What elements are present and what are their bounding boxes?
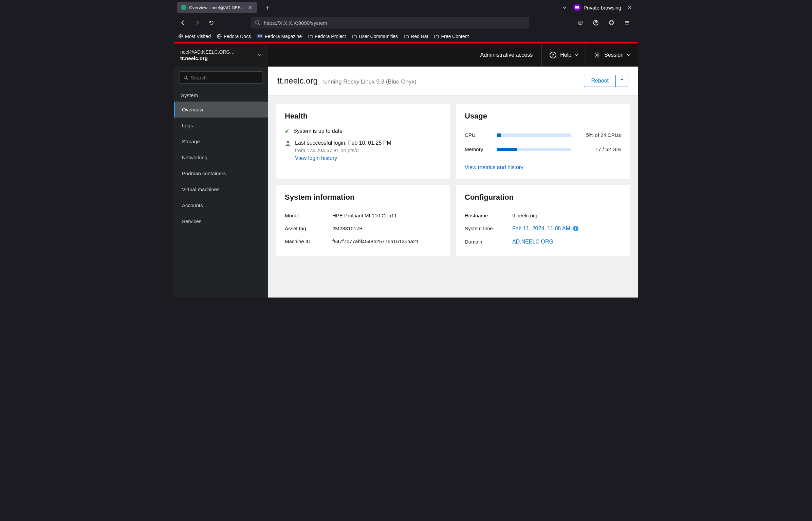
- config-row: DomainAD.NEELC.ORG: [465, 235, 621, 248]
- sysinfo-card: System information ModelHPE ProLiant ML1…: [276, 185, 450, 256]
- usage-label: CPU: [465, 132, 492, 138]
- usage-value: 5% of 24 CPUs: [577, 132, 621, 138]
- info-value[interactable]: AD.NEELC.ORG: [512, 239, 553, 245]
- login-history-link[interactable]: View login history: [295, 155, 391, 161]
- forward-button[interactable]: [192, 17, 203, 28]
- sysinfo-row: Machine IDf947f7b77abf4548b25776b16135ba…: [285, 235, 441, 248]
- chevron-down-icon: [627, 53, 630, 57]
- pocket-icon[interactable]: [575, 17, 586, 28]
- session-menu[interactable]: Session: [586, 43, 638, 67]
- sidebar-item-logs[interactable]: Logs: [174, 118, 268, 133]
- bookmarks-bar: Most Visited Fedora Docs FMFedora Magazi…: [174, 31, 638, 42]
- admin-access-button[interactable]: Administrative access: [471, 43, 542, 67]
- bookmark-most-visited[interactable]: Most Visited: [178, 34, 211, 39]
- svg-point-0: [256, 21, 259, 24]
- bookmark-user-communities[interactable]: User Communities: [352, 34, 398, 39]
- search-input[interactable]: [191, 75, 259, 80]
- account-icon[interactable]: [590, 17, 601, 28]
- health-status: System is up to date: [293, 128, 343, 134]
- sidebar-item-services[interactable]: Services: [174, 213, 268, 229]
- close-window-icon[interactable]: ✕: [627, 4, 632, 11]
- tab-title: Overview - neel@AD.NEE…: [189, 5, 245, 10]
- chevron-down-icon: [575, 53, 578, 57]
- help-menu[interactable]: ? Help: [542, 43, 586, 67]
- usage-label: Memory: [465, 146, 492, 152]
- host-user: neel@AD.NEELC.ORG…: [180, 49, 235, 55]
- browser-tab[interactable]: Overview - neel@AD.NEE… ✕: [177, 2, 257, 13]
- tab-favicon-icon: [181, 5, 186, 10]
- info-value[interactable]: Feb 11, 2024, 11:08 AM i: [512, 226, 578, 232]
- sidebar: neel@AD.NEELC.ORG… tt.neelc.org System O…: [174, 43, 268, 298]
- masthead: Administrative access ? Help Session: [268, 43, 638, 67]
- info-value: 2M2331017B: [332, 226, 363, 231]
- extensions-icon[interactable]: [606, 17, 617, 28]
- usage-card: Usage CPU 5% of 24 CPUsMemory 17 / 62 Gi…: [456, 104, 630, 179]
- new-tab-button[interactable]: ＋: [261, 2, 274, 14]
- bookmark-fedora-magazine[interactable]: FMFedora Magazine: [257, 34, 302, 39]
- sidebar-item-overview[interactable]: Overview: [174, 102, 268, 118]
- info-value: f947f7b77abf4548b25776b16135ba21: [332, 238, 419, 244]
- page-title: tt.neelc.org: [277, 76, 318, 86]
- tab-list-chevron-icon[interactable]: [562, 5, 567, 10]
- url-text: https://X.X.X.X:9090/system: [264, 20, 327, 26]
- search-icon: [255, 20, 260, 25]
- usage-bar: [497, 148, 571, 151]
- info-label: System time: [465, 226, 512, 232]
- reboot-button[interactable]: Reboot: [584, 75, 616, 87]
- reload-button[interactable]: [206, 17, 217, 28]
- back-button[interactable]: [178, 17, 188, 28]
- check-icon: ✔: [285, 128, 289, 134]
- bookmark-red-hat[interactable]: Red Hat: [404, 34, 428, 39]
- usage-bar: [497, 133, 571, 137]
- menu-icon[interactable]: [622, 17, 632, 28]
- svg-text:?: ?: [552, 53, 554, 58]
- info-label: Machine ID: [285, 238, 332, 244]
- os-subhead: running Rocky Linux 9.3 (Blue Onyx): [322, 78, 417, 85]
- sidebar-item-accounts[interactable]: Accounts: [174, 197, 268, 213]
- sidebar-item-storage[interactable]: Storage: [174, 133, 268, 149]
- health-card: Health ✔ System is up to date Last succe…: [276, 104, 450, 179]
- sidebar-item-networking[interactable]: Networking: [174, 149, 268, 165]
- search-icon: [183, 75, 188, 80]
- svg-point-2: [595, 21, 597, 23]
- fm-icon: FM: [257, 34, 263, 38]
- browser-nav-bar: https://X.X.X.X:9090/system: [174, 15, 638, 31]
- private-browsing-badge: Private browsing: [573, 4, 621, 11]
- bookmark-fedora-project[interactable]: Fedora Project: [308, 34, 346, 39]
- health-title: Health: [285, 112, 441, 121]
- reboot-caret[interactable]: [616, 75, 628, 87]
- host-selector[interactable]: neel@AD.NEELC.ORG… tt.neelc.org: [174, 43, 268, 67]
- bookmark-free-content[interactable]: Free Content: [434, 34, 469, 39]
- nav-group-system[interactable]: System: [174, 88, 268, 102]
- usage-title: Usage: [465, 112, 621, 121]
- config-row: Hostnamett.neelc.org: [465, 209, 621, 222]
- info-label: Model: [285, 213, 332, 218]
- info-value: HPE ProLiant ML110 Gen11: [332, 213, 397, 218]
- sidebar-search[interactable]: [180, 71, 262, 84]
- metrics-link[interactable]: View metrics and history: [465, 164, 621, 170]
- info-label: Asset tag: [285, 226, 332, 231]
- config-title: Configuration: [465, 193, 621, 202]
- config-row: System timeFeb 11, 2024, 11:08 AM i: [465, 222, 621, 235]
- usage-row-cpu: CPU 5% of 24 CPUs: [465, 128, 621, 142]
- private-browsing-label: Private browsing: [584, 5, 621, 11]
- sysinfo-row: ModelHPE ProLiant ML110 Gen11: [285, 209, 441, 222]
- info-icon[interactable]: i: [573, 226, 578, 231]
- reboot-dropdown[interactable]: Reboot: [584, 75, 628, 87]
- host-name: tt.neelc.org: [180, 55, 235, 61]
- mask-icon: [573, 4, 581, 11]
- url-bar[interactable]: https://X.X.X.X:9090/system: [251, 17, 529, 29]
- close-icon[interactable]: ✕: [248, 4, 253, 11]
- config-card: Configuration Hostnamett.neelc.orgSystem…: [456, 185, 630, 256]
- svg-point-9: [287, 141, 289, 143]
- usage-value: 17 / 62 GiB: [577, 146, 621, 152]
- gear-icon: [593, 51, 601, 59]
- usage-row-memory: Memory 17 / 62 GiB: [465, 142, 621, 156]
- bookmark-fedora-docs[interactable]: Fedora Docs: [217, 34, 251, 39]
- info-label: Hostname: [465, 213, 512, 218]
- svg-point-8: [596, 54, 598, 56]
- sidebar-item-podman-containers[interactable]: Podman containers: [174, 165, 268, 181]
- info-value: tt.neelc.org: [512, 213, 537, 218]
- sidebar-item-virtual-machines[interactable]: Virtual machines: [174, 181, 268, 197]
- last-login: Last successful login: Feb 10, 01:25 PM: [295, 140, 391, 146]
